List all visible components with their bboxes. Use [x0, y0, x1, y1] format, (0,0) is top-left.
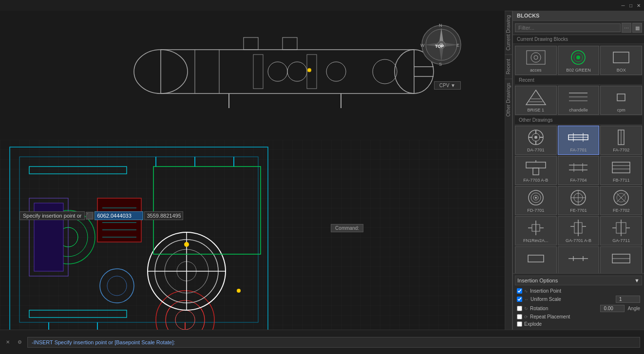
block-preview-acces [524, 48, 548, 67]
block-fb7711[interactable]: FB-7711 [600, 156, 642, 185]
block-thumb3[interactable] [600, 246, 642, 273]
block-da7701[interactable]: DA-7701 [515, 126, 557, 155]
side-tabs: Current Drawing Recent Other Drawings [505, 11, 512, 330]
svg-rect-94 [526, 162, 546, 168]
rotation-value[interactable] [600, 305, 625, 312]
block-thumb2[interactable] [558, 246, 600, 273]
block-fa7704[interactable]: FA-7704 [558, 156, 600, 185]
block-box[interactable]: BOX [600, 46, 642, 75]
side-tab-recent[interactable]: Recent [505, 55, 512, 78]
svg-point-48 [184, 242, 189, 247]
filter-options-button[interactable]: ⋯ [622, 23, 631, 33]
uniform-scale-row: ↔ Uniform Scale [515, 295, 642, 304]
cmd-settings-button[interactable]: ⚙ [16, 338, 23, 346]
panel-toolbar: ⋯ ▦ [513, 21, 644, 35]
close-button[interactable]: ✕ [635, 2, 642, 9]
block-name-box: BOX [617, 68, 626, 73]
filter-input[interactable] [515, 23, 621, 32]
block-preview-fa7704 [566, 158, 590, 177]
block-preview-fb7711 [609, 158, 633, 177]
input-icon[interactable]: ⬛ [86, 212, 94, 220]
block-b02green[interactable]: B02 GREEN [558, 46, 600, 75]
block-preview-cpm [609, 88, 633, 107]
svg-marker-74 [526, 90, 546, 105]
block-fa7703ab[interactable]: FA-7703 A-B [515, 156, 557, 185]
minimize-button[interactable]: ─ [620, 2, 626, 9]
coord2-input[interactable] [144, 211, 183, 220]
block-name-da7701: DA-7701 [527, 148, 545, 152]
command-text[interactable]: -INSERT Specify insertion point or [Base… [27, 337, 640, 348]
side-tab-current[interactable]: Current Drawing [505, 11, 512, 55]
block-name-brise1: BRISE 1 [528, 108, 545, 112]
cpv-indicator[interactable]: CPV ▼ [434, 81, 461, 90]
view-options-button[interactable]: ▦ [632, 23, 642, 33]
repeat-placement-row: ⟳ Repeat Placement [515, 313, 642, 320]
block-ga7701ab[interactable]: GA-7701 A-B [558, 216, 600, 245]
block-fe7702[interactable]: FE-7702 [600, 186, 642, 215]
explode-checkbox[interactable] [517, 321, 522, 327]
rotation-row: ↻ Rotation Angle [515, 304, 642, 313]
main-layout: N S W E TOP CPV ▼ [0, 11, 644, 330]
svg-point-9 [268, 62, 287, 81]
block-brise1[interactable]: BRISE 1 [515, 86, 557, 115]
svg-point-69 [534, 56, 538, 59]
svg-rect-73 [613, 52, 629, 63]
block-fa7702[interactable]: FA-7702 [600, 126, 642, 155]
coord1-input[interactable] [95, 211, 143, 220]
svg-rect-13 [253, 55, 263, 89]
svg-text:E: E [456, 43, 459, 48]
block-preview-fd7701 [524, 188, 548, 207]
block-name-fa7704: FA-7704 [570, 178, 587, 183]
block-preview-thumb3 [609, 249, 633, 268]
bottom-technical-view [0, 140, 505, 330]
block-acces[interactable]: acces [515, 46, 557, 75]
block-name-chandelle: chandelle [569, 108, 588, 112]
block-preview-fa7703ab [524, 158, 548, 177]
block-chandelle[interactable]: chandelle [558, 86, 600, 115]
svg-text:S: S [439, 62, 442, 67]
block-name-acces: acces [530, 68, 542, 73]
block-fd7701[interactable]: FD-7701 [515, 186, 557, 215]
other-drawings-label: Other Drawings [515, 116, 642, 125]
block-cpm[interactable]: cpm [600, 86, 642, 115]
svg-rect-6 [283, 37, 297, 50]
rotation-checkbox[interactable] [517, 306, 522, 311]
svg-text:N: N [439, 23, 442, 28]
svg-point-12 [373, 59, 397, 84]
block-name-fa7701: FA-7701 [570, 148, 587, 152]
block-ga7711[interactable]: GA-7711 [600, 216, 642, 245]
restore-button[interactable]: □ [627, 2, 634, 9]
block-name-fe7702: FE-7702 [613, 208, 630, 213]
insertion-options-header[interactable]: Insertion Options ▼ [515, 276, 642, 285]
bottom-command: ✕ ⚙ -INSERT Specify insertion point or [… [0, 330, 644, 354]
scale-icon: ↔ [524, 297, 529, 302]
angle-label: Angle [627, 306, 640, 311]
block-fn1rev2a[interactable]: FN1Rev2A... [515, 216, 557, 245]
drawing-area[interactable]: N S W E TOP CPV ▼ [0, 11, 505, 330]
insertion-point-checkbox[interactable] [517, 288, 522, 294]
uniform-scale-value[interactable] [616, 296, 640, 303]
svg-rect-128 [528, 255, 544, 262]
block-name-fa7702: FA-7702 [613, 148, 629, 152]
block-name-b02green: B02 GREEN [566, 68, 591, 73]
block-preview-box [609, 48, 633, 67]
insertion-options: Insertion Options ▼ ∿ Insertion Point ↔ … [513, 273, 644, 330]
block-fa7701[interactable]: FA-7701 [558, 126, 600, 155]
repeat-placement-checkbox[interactable] [517, 314, 522, 319]
uniform-scale-checkbox[interactable] [517, 297, 522, 302]
top-engineering-view [122, 18, 463, 125]
svg-point-17 [307, 68, 311, 72]
block-name-fd7701: FD-7701 [527, 208, 544, 213]
svg-point-49 [237, 289, 241, 293]
side-tab-other[interactable]: Other Drawings [505, 78, 512, 120]
svg-point-11 [326, 62, 346, 81]
input-label: Specify insertion point or [19, 211, 85, 220]
block-preview-thumb2 [566, 249, 590, 268]
block-name-fn1rev2a: FN1Rev2A... [523, 238, 549, 243]
block-fe7701[interactable]: FE-7701 [558, 186, 600, 215]
block-preview-b02green [566, 48, 590, 67]
block-preview-fe7702 [609, 188, 633, 207]
block-preview-fa7701 [566, 128, 590, 147]
cmd-close-button[interactable]: ✕ [4, 338, 12, 346]
block-thumb1[interactable] [515, 246, 557, 273]
